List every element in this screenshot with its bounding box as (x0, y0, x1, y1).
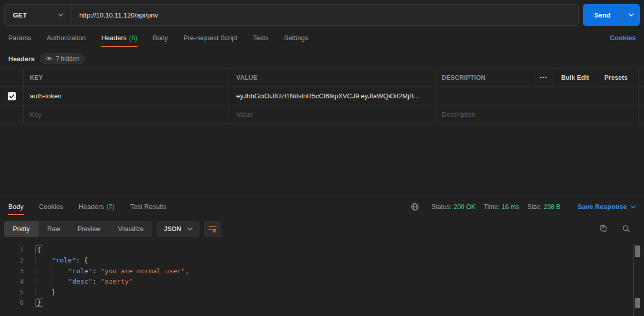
tab-label: Body (8, 203, 24, 210)
header-description-field[interactable] (436, 87, 638, 105)
presets-dropdown[interactable]: Presets (598, 68, 638, 86)
copy-response-button[interactable] (599, 224, 607, 233)
method-select[interactable]: GET (5, 5, 72, 25)
send-options-button[interactable] (622, 4, 640, 26)
column-label: KEY (30, 74, 43, 81)
tab-label: Cookies (39, 203, 63, 210)
divider (569, 203, 569, 211)
send-button[interactable]: Send (583, 4, 622, 26)
line-code: "desc": "azerty" (24, 276, 133, 287)
table-row: auth-token eyJhbGciOiJIUzI1NiIsInR5cCI6I… (0, 87, 644, 106)
response-tab-cookies[interactable]: Cookies (39, 196, 63, 218)
tab-settings[interactable]: Settings (284, 26, 308, 49)
network-globe-icon[interactable] (411, 203, 419, 211)
column-header-description: DESCRIPTION (436, 68, 535, 86)
tab-label: Settings (284, 34, 308, 42)
tab-label: Params (8, 34, 31, 42)
header-key-value: auth-token (30, 92, 61, 100)
url-input[interactable] (72, 5, 578, 25)
scrollbar-thumb[interactable] (635, 245, 640, 257)
response-body-editor[interactable]: 1 { 2 "role": { 3 "role": "you are norma… (0, 240, 644, 316)
indent (51, 267, 68, 275)
fold-brace[interactable]: { (35, 245, 43, 254)
json-key: "role" (51, 256, 76, 264)
code-line: 1 { (0, 245, 644, 256)
json-key: "desc" (68, 277, 93, 285)
json-string: "azerty" (100, 277, 133, 285)
new-key-field[interactable]: Key (24, 106, 230, 124)
json-punct: , (185, 267, 189, 275)
line-number[interactable]: 5 (0, 287, 24, 298)
indent (35, 267, 51, 275)
tab-authorization[interactable]: Authorization (47, 26, 86, 49)
new-value-field[interactable]: Value (230, 106, 436, 124)
table-gutter (638, 68, 644, 86)
tab-headers[interactable]: Headers (8) (101, 26, 137, 49)
response-tab-body[interactable]: Body (8, 196, 24, 218)
new-description-field[interactable]: Description (436, 106, 638, 124)
chevron-down-icon (631, 205, 636, 208)
tab-tests[interactable]: Tests (253, 26, 268, 49)
send-split-button: Send (583, 4, 640, 26)
view-tab-raw[interactable]: Raw (39, 221, 69, 237)
view-tab-preview[interactable]: Preview (69, 221, 109, 237)
line-number[interactable]: 2 (0, 255, 24, 266)
response-tab-headers[interactable]: Headers (7) (79, 196, 115, 218)
tab-label: Test Results (130, 203, 167, 210)
status-value: 200 OK (454, 203, 475, 210)
line-number[interactable]: 6 (0, 297, 24, 308)
line-code: "role": "you are normal user", (24, 266, 189, 277)
table-row-new: Key Value Description (0, 106, 644, 124)
save-response-dropdown[interactable]: Save Response (578, 203, 636, 210)
presets-label: Presets (604, 74, 628, 81)
header-value-field[interactable]: eyJhbGciOiJIUzI1NiIsInR5cCI6IkpXVCJ9.eyJ… (230, 87, 436, 105)
line-number[interactable]: 1 (0, 245, 24, 256)
table-gutter (638, 106, 644, 124)
chevron-down-icon (629, 13, 634, 16)
tab-label: Authorization (47, 34, 86, 42)
response-toolbar: Pretty Raw Preview Visualize JSON (0, 218, 644, 240)
save-response-label: Save Response (578, 203, 627, 210)
key-placeholder: Key (30, 111, 41, 118)
format-value: JSON (164, 225, 181, 233)
line-number[interactable]: 3 (0, 266, 24, 277)
header-key-field[interactable]: auth-token (24, 87, 230, 105)
size-value: 298 B (544, 203, 561, 210)
view-tab-pretty[interactable]: Pretty (4, 221, 39, 237)
time-value: 16 ms (501, 203, 519, 210)
hidden-headers-toggle[interactable]: 7 hidden (40, 53, 85, 64)
tab-count: (7) (107, 203, 115, 210)
json-punct: : { (76, 256, 88, 264)
more-options-button[interactable]: ••• (535, 68, 552, 86)
check-icon (9, 93, 15, 99)
fold-brace[interactable]: } (35, 298, 43, 307)
tab-label: Headers (79, 203, 104, 210)
time-label: Time: (484, 203, 500, 210)
request-bar: GET Send (0, 0, 644, 26)
copy-icon (599, 224, 607, 233)
response-view-switcher: Pretty Raw Preview Visualize (4, 221, 152, 237)
wrap-text-button[interactable] (204, 221, 221, 237)
cookies-link[interactable]: Cookies (610, 34, 636, 42)
json-punct: } (51, 288, 56, 296)
tab-params[interactable]: Params (8, 26, 31, 49)
bulk-edit-button[interactable]: Bulk Edit (552, 68, 598, 86)
line-number[interactable]: 4 (0, 276, 24, 287)
scrollbar-track[interactable] (633, 243, 634, 316)
row-checkbox[interactable] (8, 92, 16, 100)
response-tab-test-results[interactable]: Test Results (130, 196, 167, 218)
search-response-button[interactable] (622, 224, 631, 233)
view-tab-visualize[interactable]: Visualize (109, 221, 152, 237)
code-line: 5 } (0, 287, 644, 298)
tab-body[interactable]: Body (153, 26, 168, 49)
scrollbar-thumb[interactable] (635, 298, 640, 308)
response-tabs-row: Body Cookies Headers (7) Test Results St… (0, 196, 644, 218)
tab-label: Body (153, 34, 168, 42)
line-code: } (24, 297, 43, 308)
format-select[interactable]: JSON (156, 221, 200, 237)
line-code: "role": { (24, 255, 88, 266)
tab-pre-request-script[interactable]: Pre-request Script (183, 26, 237, 49)
json-string: "you are normal user" (100, 267, 185, 275)
headers-table: KEY VALUE DESCRIPTION ••• Bulk Edit Pres… (0, 68, 644, 124)
json-punct: : (93, 277, 101, 285)
